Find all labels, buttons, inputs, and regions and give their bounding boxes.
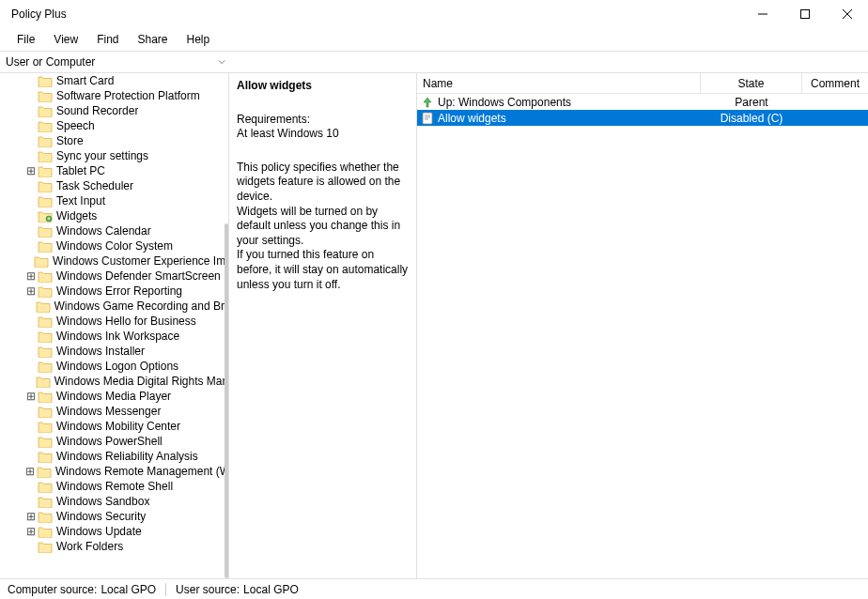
tree-item[interactable]: Windows Reliability Analysis xyxy=(0,449,228,464)
tree-item-label: Windows Remote Management (WinRM) xyxy=(55,465,228,478)
scope-dropdown[interactable]: User or Computer xyxy=(0,52,229,72)
tree-item[interactable]: Windows Calendar xyxy=(0,223,228,238)
tree-item-label: Windows Security xyxy=(56,510,146,523)
tree-item[interactable]: Work Folders xyxy=(0,539,228,554)
tree-item-label: Windows Logon Options xyxy=(56,360,178,373)
expand-icon[interactable]: ⊞ xyxy=(25,510,36,523)
tree-item-label: Windows Hello for Business xyxy=(56,315,196,328)
folder-active-icon xyxy=(38,210,53,223)
status-separator xyxy=(165,583,166,596)
tree-item-label: Windows Update xyxy=(56,525,142,538)
folder-icon xyxy=(38,225,53,238)
folder-icon xyxy=(38,195,53,207)
tree-item[interactable]: Windows Mobility Center xyxy=(0,419,228,434)
tree-item[interactable]: Windows Hello for Business xyxy=(0,314,228,329)
expand-icon[interactable]: ⊞ xyxy=(25,525,36,538)
expand-icon[interactable]: ⊞ xyxy=(25,465,35,478)
menu-help[interactable]: Help xyxy=(178,31,220,48)
policy-icon xyxy=(421,112,434,125)
column-name[interactable]: Name xyxy=(417,73,701,93)
menu-file[interactable]: File xyxy=(8,31,44,48)
tree-item-label: Smart Card xyxy=(56,74,114,87)
expand-icon[interactable]: ⊞ xyxy=(25,269,36,283)
detail-panel: Allow widgets Requirements: At least Win… xyxy=(229,73,417,578)
tree-item[interactable]: Windows Color System xyxy=(0,238,228,253)
tree-item-label: Text Input xyxy=(56,194,105,207)
tree-item[interactable]: Sound Recorder xyxy=(0,103,228,118)
list-row[interactable]: Up: Windows ComponentsParent xyxy=(417,94,868,110)
tree-item-label: Widgets xyxy=(56,209,97,223)
expand-icon[interactable]: ⊞ xyxy=(25,390,36,403)
folder-icon xyxy=(38,391,53,403)
tree-item[interactable]: Windows Ink Workspace xyxy=(0,329,228,344)
folder-icon xyxy=(34,255,49,268)
tree-item[interactable]: Windows PowerShell xyxy=(0,434,228,449)
tree-item[interactable]: Text Input xyxy=(0,193,228,208)
tree-item[interactable]: Windows Media Digital Rights Management xyxy=(0,374,228,389)
tree-item[interactable]: Windows Game Recording and Broadcasting xyxy=(0,299,228,314)
scrollbar[interactable] xyxy=(225,223,228,578)
tree-panel: Smart CardSoftware Protection PlatformSo… xyxy=(0,73,229,578)
tree-item[interactable]: Windows Customer Experience Improvement … xyxy=(0,253,228,269)
tree-item[interactable]: Windows Messenger xyxy=(0,404,228,419)
list-header: Name State Comment xyxy=(417,73,868,94)
tree-item[interactable]: ⊞Windows Media Player xyxy=(0,389,228,404)
tree-item[interactable]: ⊞Windows Security xyxy=(0,509,228,524)
content-area: Smart CardSoftware Protection PlatformSo… xyxy=(0,73,868,578)
folder-icon xyxy=(38,75,53,87)
folder-icon xyxy=(37,466,52,478)
menu-share[interactable]: Share xyxy=(128,31,177,48)
maximize-button[interactable] xyxy=(783,0,826,28)
folder-icon xyxy=(38,285,53,298)
column-comment[interactable]: Comment xyxy=(802,73,868,93)
tree-item[interactable]: Widgets xyxy=(0,208,228,223)
tree-item[interactable]: Smart Card xyxy=(0,73,228,88)
close-button[interactable] xyxy=(826,0,868,28)
tree-item[interactable]: Windows Sandbox xyxy=(0,494,228,509)
list-row[interactable]: Allow widgetsDisabled (C) xyxy=(417,110,868,126)
folder-icon xyxy=(38,180,53,192)
tree-item[interactable]: Windows Installer xyxy=(0,344,228,359)
tree-item[interactable]: Sync your settings xyxy=(0,148,228,163)
folder-icon xyxy=(38,120,53,132)
expand-icon[interactable]: ⊞ xyxy=(25,164,36,177)
tree-item[interactable]: Software Protection Platform xyxy=(0,88,228,103)
svg-rect-0 xyxy=(800,10,809,19)
tree-item[interactable]: ⊞Windows Update xyxy=(0,524,228,539)
tree-item-label: Windows Media Player xyxy=(56,390,171,403)
window-controls xyxy=(741,0,868,28)
tree-item-label: Windows Error Reporting xyxy=(56,284,182,298)
tree-item[interactable]: ⊞Windows Remote Management (WinRM) xyxy=(0,464,228,479)
folder-icon xyxy=(38,150,53,162)
folder-icon xyxy=(36,376,51,388)
tree-item[interactable]: ⊞Windows Error Reporting xyxy=(0,284,228,299)
tree-item[interactable]: Speech xyxy=(0,118,228,133)
tree-item[interactable]: Windows Remote Shell xyxy=(0,479,228,494)
detail-desc-2: Widgets will be turned on by default unl… xyxy=(237,205,409,249)
tree-item[interactable]: Store xyxy=(0,133,228,148)
titlebar: Policy Plus xyxy=(0,0,868,28)
detail-req-value: At least Windows 10 xyxy=(237,127,409,142)
tree-item-label: Tablet PC xyxy=(56,164,105,177)
tree-item[interactable]: Task Scheduler xyxy=(0,178,228,193)
column-state[interactable]: State xyxy=(701,73,802,93)
detail-desc-1: This policy specifies whether the widget… xyxy=(237,161,409,205)
folder-icon xyxy=(38,436,53,448)
tree-item-label: Task Scheduler xyxy=(56,179,133,192)
minimize-button[interactable] xyxy=(741,0,783,28)
menu-find[interactable]: Find xyxy=(87,31,128,48)
expand-icon[interactable]: ⊞ xyxy=(25,284,36,298)
menu-view[interactable]: View xyxy=(44,31,87,48)
tree-item[interactable]: ⊞Tablet PC xyxy=(0,163,228,178)
statusbar: Computer source: Local GPO User source: … xyxy=(0,578,868,599)
tree-item-label: Speech xyxy=(56,119,95,132)
tree-item-label: Windows Sandbox xyxy=(56,495,149,508)
tree-item[interactable]: Windows Logon Options xyxy=(0,359,228,374)
folder-icon xyxy=(38,406,53,418)
list-row-state: Parent xyxy=(701,96,802,109)
tree-item-label: Windows Calendar xyxy=(56,224,151,238)
folder-icon xyxy=(38,105,53,117)
tree-item-label: Windows Remote Shell xyxy=(56,480,173,493)
tree-item[interactable]: ⊞Windows Defender SmartScreen xyxy=(0,269,228,284)
detail-desc-3: If you turned this feature on before, it… xyxy=(237,248,409,292)
